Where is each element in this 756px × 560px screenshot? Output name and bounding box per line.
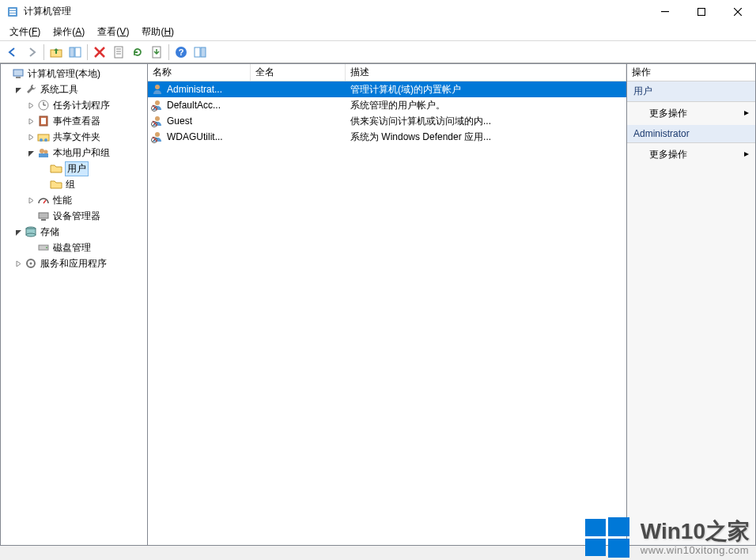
tree-lusrmgr[interactable]: 本地用户和组 <box>1 145 147 161</box>
chevron-right-icon[interactable] <box>26 100 36 110</box>
users-icon <box>37 146 50 159</box>
menu-help[interactable]: 帮助(H) <box>135 24 180 40</box>
actions-group-users: 用户 <box>627 81 755 102</box>
tree-eventvwr[interactable]: 事件查看器 <box>1 113 147 129</box>
chevron-down-icon[interactable] <box>13 227 23 236</box>
list-row[interactable]: WDAGUtilit...系统为 Windows Defender 应用... <box>148 129 626 145</box>
tree-tasksched[interactable]: 任务计划程序 <box>1 97 147 113</box>
svg-rect-5 <box>698 8 705 15</box>
show-hide-action-pane-button[interactable] <box>191 43 210 62</box>
device-icon <box>37 210 50 222</box>
svg-rect-3 <box>9 13 16 15</box>
chevron-right-icon[interactable] <box>26 132 36 142</box>
svg-rect-37 <box>41 219 46 221</box>
cell-name: DefaultAcc... <box>167 100 221 111</box>
folder-icon <box>50 178 62 191</box>
chevron-down-icon[interactable] <box>13 85 23 94</box>
svg-point-45 <box>155 85 160 89</box>
cell-name: WDAGUtilit... <box>167 131 223 142</box>
console-tree[interactable]: 计算机管理(本地) 系统工具 任务计划程序 事件查看器 <box>1 64 147 273</box>
user-icon <box>151 115 164 127</box>
refresh-button[interactable] <box>128 43 147 62</box>
cell-name: Guest <box>167 115 192 127</box>
user-icon <box>151 131 164 143</box>
user-icon <box>151 83 164 96</box>
chevron-down-icon[interactable] <box>26 148 36 157</box>
svg-rect-10 <box>75 47 81 57</box>
menu-file[interactable]: 文件(F) <box>3 24 47 40</box>
up-folder-button[interactable] <box>47 43 66 62</box>
svg-rect-9 <box>70 47 74 57</box>
list-row[interactable]: Guest供来宾访问计算机或访问域的内... <box>148 113 626 129</box>
results-pane: 名称 全名 描述 Administrat...管理计算机(域)的内置帐户Defa… <box>147 63 626 546</box>
tree-root[interactable]: 计算机管理(本地) <box>1 66 147 81</box>
help-button[interactable]: ? <box>172 43 191 62</box>
svg-point-52 <box>155 132 160 137</box>
svg-rect-13 <box>115 47 123 58</box>
statusbar <box>0 546 756 560</box>
col-header-fullname[interactable]: 全名 <box>251 64 346 81</box>
user-icon <box>151 99 164 112</box>
properties-button[interactable] <box>109 43 128 62</box>
chevron-right-icon[interactable] <box>26 195 36 205</box>
storage-icon <box>25 225 37 238</box>
actions-header: 操作 <box>627 64 755 81</box>
list-row[interactable]: DefaultAcc...系统管理的用户帐户。 <box>148 97 626 113</box>
chevron-right-icon[interactable] <box>26 116 36 126</box>
list-body[interactable]: Administrat...管理计算机(域)的内置帐户DefaultAcc...… <box>148 81 626 545</box>
svg-point-33 <box>44 150 48 154</box>
services-icon <box>25 257 37 270</box>
minimize-button[interactable] <box>647 0 683 24</box>
show-hide-tree-button[interactable] <box>66 43 85 62</box>
shared-folder-icon <box>37 131 50 143</box>
tree-shared[interactable]: 共享文件夹 <box>1 129 147 145</box>
col-header-desc[interactable]: 描述 <box>346 64 626 81</box>
clock-icon <box>37 99 50 112</box>
svg-rect-1 <box>9 9 16 10</box>
svg-point-31 <box>44 138 47 142</box>
svg-rect-34 <box>39 153 48 157</box>
menu-view[interactable]: 查看(V) <box>91 24 135 40</box>
chevron-right-icon: ▸ <box>744 107 749 118</box>
delete-button[interactable] <box>90 43 109 62</box>
actions-more-admin[interactable]: 更多操作 ▸ <box>627 143 755 166</box>
cell-desc: 系统管理的用户帐户。 <box>346 99 626 112</box>
close-button[interactable] <box>720 0 756 24</box>
menu-action[interactable]: 操作(A) <box>47 24 91 40</box>
col-header-name[interactable]: 名称 <box>148 64 251 81</box>
forward-button[interactable] <box>22 43 41 62</box>
svg-rect-36 <box>39 213 48 218</box>
svg-point-30 <box>40 138 43 142</box>
export-button[interactable] <box>147 43 166 62</box>
svg-rect-20 <box>195 47 200 57</box>
actions-more-users[interactable]: 更多操作 ▸ <box>627 102 755 125</box>
list-row[interactable]: Administrat...管理计算机(域)的内置帐户 <box>148 81 626 97</box>
svg-rect-22 <box>13 70 23 76</box>
tree-systools[interactable]: 系统工具 <box>1 81 147 97</box>
folder-icon <box>50 162 62 175</box>
console-tree-pane[interactable]: 计算机管理(本地) 系统工具 任务计划程序 事件查看器 <box>0 63 147 546</box>
svg-point-46 <box>155 100 160 105</box>
svg-point-42 <box>46 247 47 248</box>
disk-icon <box>37 241 50 254</box>
svg-rect-21 <box>201 47 206 57</box>
back-button[interactable] <box>3 43 22 62</box>
menubar: 文件(F) 操作(A) 查看(V) 帮助(H) <box>0 24 756 41</box>
gauge-icon <box>37 194 50 206</box>
tree-storage[interactable]: 存储 <box>1 224 147 240</box>
cell-desc: 供来宾访问计算机或访问域的内... <box>346 115 626 128</box>
computer-icon <box>12 67 25 80</box>
tree-services[interactable]: 服务和应用程序 <box>1 255 147 271</box>
wrench-icon <box>25 83 37 96</box>
actions-group-admin: Administrator <box>627 125 755 143</box>
tree-perf[interactable]: 性能 <box>1 192 147 208</box>
tree-devmgr[interactable]: 设备管理器 <box>1 208 147 224</box>
tree-groups[interactable]: 组 <box>1 176 147 192</box>
tree-users[interactable]: 用户 <box>1 161 147 176</box>
tree-diskmgr[interactable]: 磁盘管理 <box>1 240 147 255</box>
book-icon <box>37 115 50 127</box>
toolbar: ? <box>0 41 756 63</box>
chevron-right-icon[interactable] <box>13 259 23 268</box>
svg-point-40 <box>26 233 36 236</box>
maximize-button[interactable] <box>683 0 720 24</box>
